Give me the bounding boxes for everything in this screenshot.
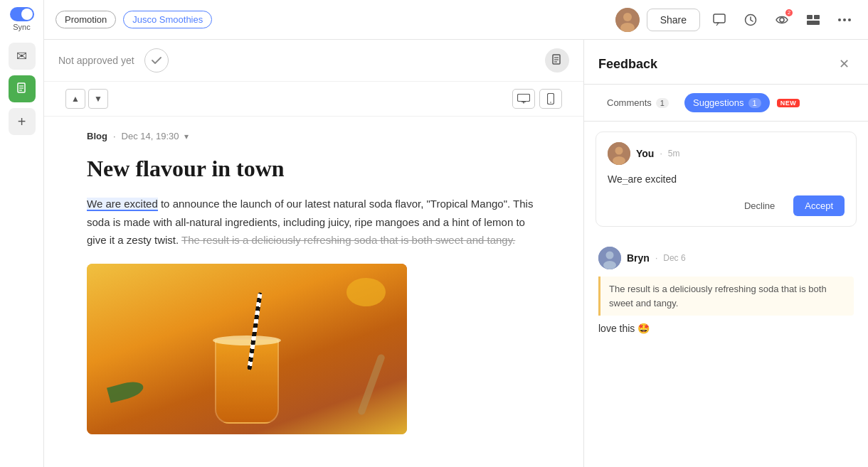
doc-meta-chevron[interactable]: ▾ xyxy=(184,131,189,141)
doc-blog-tag: Blog xyxy=(87,131,107,141)
suggestion-user-avatar xyxy=(608,142,630,165)
suggestion-user-name: You xyxy=(636,148,654,159)
svg-point-5 xyxy=(623,13,632,21)
svg-point-13 xyxy=(838,18,841,21)
svg-rect-20 xyxy=(518,95,530,102)
feedback-header: Feedback ✕ xyxy=(584,40,868,85)
doc-date: Dec 14, 19:30 xyxy=(122,131,179,141)
comment-date: Dec 6 xyxy=(663,253,685,263)
feedback-panel: Feedback ✕ Comments 1 Suggestions 1 NEW … xyxy=(583,40,868,467)
suggestion-body: We_are excited xyxy=(608,172,845,187)
tab-suggestions[interactable]: Suggestions 1 xyxy=(684,93,770,112)
view-toggles xyxy=(512,89,562,109)
comments-icon[interactable] xyxy=(707,8,731,32)
doc-title: New flavour in town xyxy=(87,156,541,182)
tab-comments-label: Comments xyxy=(607,97,652,108)
layout-icon[interactable] xyxy=(801,8,825,32)
accept-button[interactable]: Accept xyxy=(793,195,845,216)
svg-point-26 xyxy=(615,147,623,155)
svg-point-15 xyxy=(848,18,851,21)
approval-bar: Not approved yet xyxy=(44,40,583,82)
svg-point-30 xyxy=(603,261,616,269)
more-options-icon[interactable] xyxy=(832,8,857,32)
decline-button[interactable]: Decline xyxy=(733,195,786,216)
suggestion-del-text: _ xyxy=(623,173,628,185)
svg-rect-11 xyxy=(814,15,820,19)
comment-text: love this 🤩 xyxy=(598,323,854,334)
close-feedback-button[interactable]: ✕ xyxy=(834,54,854,74)
svg-point-29 xyxy=(606,252,614,259)
desktop-view-toggle[interactable] xyxy=(512,89,535,109)
promotion-tag[interactable]: Promotion xyxy=(55,11,116,28)
sync-toggle[interactable]: Sync xyxy=(10,7,34,31)
nav-up-button[interactable]: ▲ xyxy=(65,89,85,109)
doc-body: We are excited to announce the launch of… xyxy=(87,195,541,249)
not-approved-label: Not approved yet xyxy=(58,55,134,66)
suggestion-actions: Decline Accept xyxy=(608,195,845,216)
highlighted-text: We are excited xyxy=(87,198,158,211)
doc-action-icon[interactable] xyxy=(545,48,569,73)
notification-badge: 2 xyxy=(785,9,793,16)
user-avatar-topbar[interactable] xyxy=(615,8,640,32)
mobile-view-toggle[interactable] xyxy=(539,89,562,109)
viewers-icon[interactable]: 2 xyxy=(770,8,794,32)
foam-visual xyxy=(213,336,281,345)
svg-point-9 xyxy=(780,18,784,22)
doc-content: Blog · Dec 14, 19:30 ▾ New flavour in to… xyxy=(44,117,583,467)
svg-rect-7 xyxy=(714,14,725,23)
topbar: Promotion Jusco Smoothies Share 2 xyxy=(44,0,868,40)
svg-point-24 xyxy=(550,102,551,103)
main-content-area: Not approved yet ▲ ▼ Blog · Dec 14, 19:3 xyxy=(44,40,583,467)
sync-switch[interactable] xyxy=(10,7,34,21)
strikethrough-text: The result is a deliciously refreshing s… xyxy=(181,234,515,246)
glass-visual xyxy=(215,338,279,424)
doc-meta: Blog · Dec 14, 19:30 ▾ xyxy=(87,131,541,141)
sync-label: Sync xyxy=(13,23,30,31)
nav-down-button[interactable]: ▼ xyxy=(88,89,108,109)
feedback-content: You · 5m We_are excited Decline Accept B… xyxy=(584,122,868,467)
feedback-title: Feedback xyxy=(598,57,657,72)
feedback-tabs: Comments 1 Suggestions 1 NEW xyxy=(584,85,868,122)
approve-button[interactable] xyxy=(144,48,169,73)
suggestion-card-header: You · 5m xyxy=(608,142,845,165)
comments-count: 1 xyxy=(656,98,669,108)
brand-tag[interactable]: Jusco Smoothies xyxy=(123,11,212,28)
mango-visual xyxy=(346,278,386,306)
doc-toolbar: ▲ ▼ xyxy=(44,82,583,117)
comment-user-name: Bryn xyxy=(627,252,650,264)
sidebar-icon-add[interactable]: + xyxy=(9,108,36,135)
doc-image xyxy=(87,264,407,434)
new-badge: NEW xyxy=(777,99,800,107)
svg-point-14 xyxy=(843,18,846,21)
tab-comments[interactable]: Comments 1 xyxy=(598,93,677,112)
tab-suggestions-label: Suggestions xyxy=(693,97,744,108)
svg-point-27 xyxy=(613,156,625,165)
svg-rect-10 xyxy=(807,15,813,19)
comment-card-header: Bryn · Dec 6 xyxy=(598,247,854,269)
suggestion-time: 5m xyxy=(668,149,680,159)
nav-arrows: ▲ ▼ xyxy=(65,89,108,109)
comment-quote: The result is a deliciously refreshing s… xyxy=(598,277,854,316)
share-button[interactable]: Share xyxy=(647,9,700,31)
svg-rect-12 xyxy=(807,21,820,25)
sidebar: Sync ✉ + xyxy=(0,0,44,467)
comment-user-avatar xyxy=(598,247,621,269)
suggestion-card: You · 5m We_are excited Decline Accept xyxy=(596,131,857,227)
suggestions-count: 1 xyxy=(748,98,761,108)
sidebar-icon-mail[interactable]: ✉ xyxy=(9,43,36,70)
sidebar-icon-doc[interactable] xyxy=(9,75,36,102)
comment-card: Bryn · Dec 6 The result is a deliciously… xyxy=(596,237,857,344)
history-icon[interactable] xyxy=(739,8,763,32)
